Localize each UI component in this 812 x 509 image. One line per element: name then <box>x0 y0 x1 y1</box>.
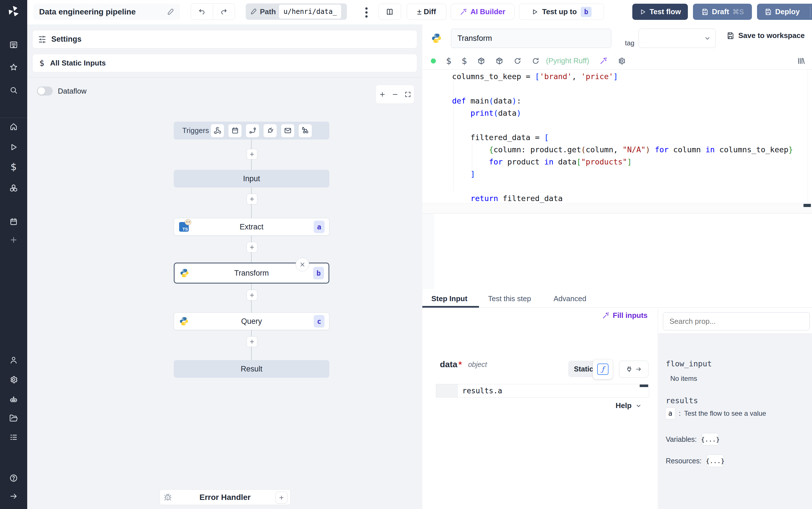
tab-test-this-step[interactable]: Test this step <box>488 294 531 303</box>
zoom-out-icon[interactable] <box>392 91 399 98</box>
dollar-vars-icon[interactable]: $ <box>462 56 467 66</box>
required-asterisk: * <box>458 360 462 369</box>
variables-dollar-icon[interactable]: $ <box>7 160 21 174</box>
editor-bottom-gutter <box>422 213 434 289</box>
deploy-button[interactable]: Deploy <box>757 4 812 20</box>
error-handler-node[interactable]: Error Handler <box>159 489 291 505</box>
http-route-trigger-icon[interactable] <box>246 124 259 137</box>
resources-expand-chip[interactable]: {...} <box>707 454 724 467</box>
settings-gear-icon[interactable] <box>7 373 21 386</box>
all-static-inputs-row[interactable]: $ All Static Inputs <box>32 54 417 72</box>
expr-editor[interactable]: results.a <box>436 384 649 398</box>
test-up-to-button[interactable]: Test up to b <box>519 4 604 20</box>
fill-inputs-button[interactable]: Fill inputs <box>602 311 648 320</box>
add-step-button[interactable] <box>247 336 257 347</box>
more-options-kebab-icon[interactable] <box>365 7 368 18</box>
variables-expand-chip[interactable]: {...} <box>702 433 719 445</box>
expand-arrow-icon[interactable] <box>7 489 21 503</box>
ai-builder-button[interactable]: AI Builder <box>451 4 514 20</box>
add-step-button[interactable] <box>247 194 257 204</box>
delete-step-close-button[interactable] <box>296 258 309 271</box>
webhook-trigger-icon[interactable] <box>211 124 224 137</box>
help-icon[interactable] <box>7 471 21 485</box>
undo-button[interactable] <box>191 4 213 20</box>
variables-row: Variables: {...} <box>666 433 719 445</box>
help-dropdown[interactable]: Help <box>616 401 642 410</box>
path-label: Path <box>260 7 276 16</box>
package-icon[interactable] <box>477 57 485 65</box>
input-node[interactable]: Input <box>174 170 329 188</box>
flow-input-group-label[interactable]: flow_input <box>666 359 712 368</box>
add-step-button[interactable] <box>247 242 257 253</box>
test-flow-button[interactable]: Test flow <box>632 4 688 20</box>
user-icon[interactable] <box>7 353 21 367</box>
resources-cubes-icon[interactable] <box>7 181 21 195</box>
results-group-label[interactable]: results <box>666 396 698 405</box>
triggers-label: Triggers <box>182 126 209 135</box>
add-error-handler-button[interactable] <box>275 492 287 504</box>
diff-button[interactable]: ± Diff <box>407 4 446 20</box>
redo-button[interactable] <box>213 4 235 20</box>
expr-value[interactable]: results.a <box>462 386 502 395</box>
search-prop-input[interactable] <box>663 312 810 330</box>
websocket-plug-trigger-icon[interactable] <box>264 124 276 137</box>
draft-button[interactable]: Draft ⌘S <box>693 4 752 20</box>
edit-title-pencil-icon[interactable] <box>167 8 174 15</box>
tab-advanced[interactable]: Advanced <box>554 294 586 303</box>
add-step-button[interactable] <box>247 149 257 160</box>
hscrollbar-thumb[interactable] <box>804 204 811 207</box>
fit-view-icon[interactable] <box>404 91 411 98</box>
diff-plusminus-icon: ± <box>417 7 421 16</box>
search-icon[interactable] <box>7 83 21 97</box>
tab-step-input[interactable]: Step Input <box>431 294 467 303</box>
reload-icon[interactable] <box>514 57 521 65</box>
code-content[interactable]: columns_to_keep = ['brand', 'price']def … <box>452 70 793 203</box>
result-key-chip[interactable]: a <box>665 407 675 419</box>
path-chip[interactable]: Path u/henri/data_ <box>246 3 347 20</box>
zoom-in-icon[interactable] <box>379 91 386 98</box>
tag-select[interactable] <box>638 29 716 48</box>
expr-hscrollbar-thumb[interactable] <box>640 384 648 387</box>
gear-icon[interactable] <box>618 57 626 65</box>
reload-icon[interactable] <box>532 57 540 65</box>
code-editor[interactable]: columns_to_keep = ['brand', 'price']def … <box>422 70 812 203</box>
triggers-node[interactable]: Triggers <box>174 122 329 139</box>
save-to-workspace-button[interactable]: Save to workspace <box>727 31 805 40</box>
windmill-logo-icon[interactable] <box>7 4 21 18</box>
add-step-button[interactable] <box>247 290 257 301</box>
workers-robot-icon[interactable] <box>7 393 21 406</box>
package-icon[interactable] <box>495 57 503 65</box>
dollar-vars-icon[interactable]: $ <box>446 56 451 66</box>
schedules-calendar-icon[interactable] <box>7 215 21 229</box>
folders-icon[interactable] <box>7 411 21 425</box>
library-panel-icon[interactable] <box>797 57 805 65</box>
home-icon[interactable] <box>7 120 21 133</box>
magic-wand-icon[interactable] <box>599 57 607 65</box>
editor-hscrollbar[interactable] <box>422 203 812 213</box>
connect-input-button[interactable] <box>619 361 649 378</box>
deploy-split-divider <box>810 6 810 18</box>
result-node[interactable]: Result <box>174 360 329 378</box>
dataflow-toggle[interactable] <box>37 87 53 96</box>
path-value-input[interactable]: u/henri/data_ <box>279 4 341 19</box>
result-a-row[interactable]: a : Test the flow to see a value <box>665 407 766 419</box>
service-logs-list-icon[interactable] <box>7 431 21 444</box>
email-trigger-icon[interactable] <box>281 124 294 137</box>
step-name-input[interactable] <box>451 29 611 48</box>
edge-line <box>251 330 252 336</box>
static-mode-toggle[interactable]: Static ƒ <box>568 361 611 377</box>
javascript-expr-mode-button[interactable]: ƒ <box>593 359 613 379</box>
poll-watch-trigger-icon[interactable] <box>299 124 312 137</box>
query-node[interactable]: Query c <box>174 312 329 330</box>
fill-inputs-label: Fill inputs <box>613 311 648 320</box>
flow-settings-row[interactable]: Settings <box>32 30 417 48</box>
test-up-to-step-badge: b <box>581 7 591 17</box>
extract-node[interactable]: TS Extract a <box>174 218 329 236</box>
result-separator: : <box>679 409 681 417</box>
schedule-calendar-trigger-icon[interactable] <box>228 124 242 137</box>
add-plus-icon[interactable] <box>7 233 21 247</box>
workspace-grid-icon[interactable] <box>7 38 21 52</box>
runs-play-icon[interactable] <box>7 140 21 154</box>
docs-book-button[interactable] <box>378 4 401 20</box>
favorites-star-icon[interactable] <box>7 60 21 74</box>
